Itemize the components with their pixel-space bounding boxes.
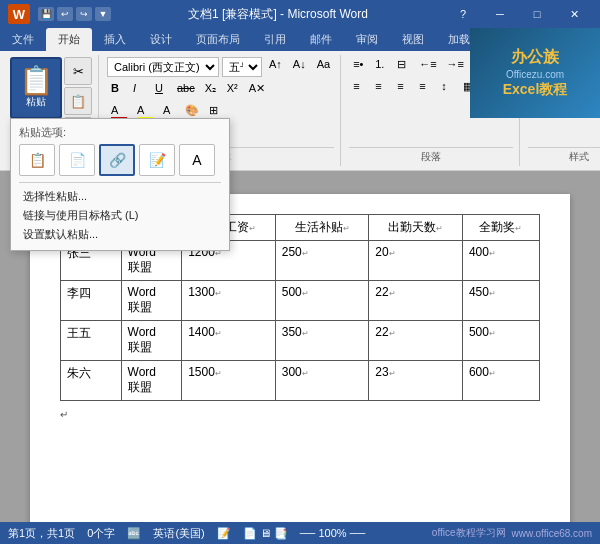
paste-button[interactable]: 📋 粘贴 (10, 57, 62, 119)
cell-r3-c3: 300↵ (275, 361, 369, 401)
font-name-row: Calibri (西文正文) 五号 A↑ A↓ Aa (107, 57, 334, 77)
logo-subtitle: Excel教程 (503, 81, 568, 99)
close-button[interactable]: ✕ (556, 0, 592, 28)
paste-option-icons: 📋 📄 🔗 📝 A (19, 144, 221, 176)
decrease-indent-button[interactable]: ←≡ (415, 57, 440, 77)
paste-label: 粘贴 (26, 95, 46, 109)
bullets-button[interactable]: ≡• (349, 57, 369, 77)
decrease-font-button[interactable]: A↓ (289, 57, 310, 77)
paste-divider (19, 182, 221, 183)
table-row: 李四Word联盟1300↵500↵22↵450↵ (61, 281, 540, 321)
paste-options-title: 粘贴选项: (19, 125, 221, 140)
header-bonus: 全勤奖↵ (462, 215, 539, 241)
cell-r1-c5: 450↵ (462, 281, 539, 321)
word-logo: W (8, 4, 30, 24)
cell-r1-c2: 1300↵ (182, 281, 276, 321)
subscript-button[interactable]: X₂ (201, 81, 221, 101)
paragraph-label: 段落 (349, 147, 513, 164)
table-row: 王五Word联盟1400↵350↵22↵500↵ (61, 321, 540, 361)
font-size-select[interactable]: 五号 (222, 57, 262, 77)
customize-icon[interactable]: ▼ (95, 7, 111, 21)
logo-excel: Excel (503, 81, 540, 97)
tab-home[interactable]: 开始 (46, 28, 92, 51)
cell-r1-c0: 李四 (61, 281, 122, 321)
align-right-button[interactable]: ≡ (393, 79, 413, 99)
tab-design[interactable]: 设计 (138, 28, 184, 51)
status-site1: office教程学习网 (432, 526, 506, 540)
paste-default-item[interactable]: 设置默认粘贴... (19, 225, 221, 244)
titlebar-left: W 💾 ↩ ↪ ▼ (8, 4, 111, 24)
tab-view[interactable]: 视图 (390, 28, 436, 51)
copy-button[interactable]: 📋 (64, 87, 92, 115)
cell-r2-c1: Word联盟 (121, 321, 182, 361)
paste-option-picture[interactable]: 📝 (139, 144, 175, 176)
cell-r3-c4: 23↵ (369, 361, 463, 401)
paste-special-item[interactable]: 选择性粘贴... (19, 187, 221, 206)
statusbar-logo: office教程学习网 www.office68.com (432, 526, 592, 540)
language-name: 英语(美国) (153, 526, 204, 541)
quick-access-toolbar: 💾 ↩ ↪ ▼ (38, 7, 111, 21)
table-row: 朱六Word联盟1500↵300↵23↵600↵ (61, 361, 540, 401)
logo-site: Officezu.com (506, 69, 564, 80)
cut-button[interactable]: ✂ (64, 57, 92, 85)
maximize-button[interactable]: □ (519, 0, 555, 28)
paste-option-merge[interactable]: 📄 (59, 144, 95, 176)
paste-option-link[interactable]: 🔗 (99, 144, 135, 176)
language-indicator: 🔤 (127, 527, 141, 540)
increase-indent-button[interactable]: →≡ (443, 57, 468, 77)
underline-button[interactable]: U (151, 81, 171, 101)
redo-icon[interactable]: ↪ (76, 7, 92, 21)
logo-area: 办公族 Officezu.com Excel教程 (470, 28, 600, 118)
logo-brand: 办公族 (511, 47, 559, 68)
track-changes-icon: 📝 (217, 527, 231, 540)
tab-mail[interactable]: 邮件 (298, 28, 344, 51)
paste-icon: 📋 (19, 67, 54, 95)
save-icon[interactable]: 💾 (38, 7, 54, 21)
cell-r2-c5: 500↵ (462, 321, 539, 361)
paste-link-item[interactable]: 链接与使用目标格式 (L) (19, 206, 221, 225)
cell-r2-c2: 1400↵ (182, 321, 276, 361)
minimize-button[interactable]: ─ (482, 0, 518, 28)
superscript-button[interactable]: X² (223, 81, 243, 101)
font-format-row: B I U abc X₂ X² A✕ (107, 81, 269, 101)
page-end-mark: ↵ (60, 409, 540, 420)
cell-r2-c4: 22↵ (369, 321, 463, 361)
titlebar: W 💾 ↩ ↪ ▼ 文档1 [兼容模式] - Microsoft Word ? … (0, 0, 600, 28)
undo-icon[interactable]: ↩ (57, 7, 73, 21)
cell-r1-c1: Word联盟 (121, 281, 182, 321)
tab-file[interactable]: 文件 (0, 28, 46, 51)
tab-references[interactable]: 引用 (252, 28, 298, 51)
statusbar-left: 第1页，共1页 0个字 🔤 英语(美国) 📝 📄 🖥 📑 ── 100% ── (8, 526, 365, 541)
window-controls: ? ─ □ ✕ (445, 0, 592, 28)
align-left-button[interactable]: ≡ (349, 79, 369, 99)
justify-button[interactable]: ≡ (415, 79, 435, 99)
zoom-slider[interactable]: ── 100% ── (300, 527, 365, 539)
paste-option-keep-source[interactable]: 📋 (19, 144, 55, 176)
cell-r1-c4: 22↵ (369, 281, 463, 321)
clear-format-button[interactable]: A✕ (245, 81, 269, 101)
font-name-select[interactable]: Calibri (西文正文) (107, 57, 219, 77)
tab-review[interactable]: 审阅 (344, 28, 390, 51)
align-center-button[interactable]: ≡ (371, 79, 391, 99)
help-button[interactable]: ? (445, 0, 481, 28)
numbering-button[interactable]: 1. (371, 57, 391, 77)
paste-options-popup: 粘贴选项: 📋 📄 🔗 📝 A 选择性粘贴... 链接与使用目标格式 (L) 设… (10, 118, 230, 251)
tab-insert[interactable]: 插入 (92, 28, 138, 51)
increase-font-button[interactable]: A↑ (265, 57, 286, 77)
status-site2: www.office68.com (512, 528, 592, 539)
multilevel-button[interactable]: ⊟ (393, 57, 413, 77)
cell-r3-c0: 朱六 (61, 361, 122, 401)
logo-tutorial: 教程 (539, 81, 567, 97)
paste-option-text-only[interactable]: A (179, 144, 215, 176)
bold-button[interactable]: B (107, 81, 127, 101)
line-spacing-button[interactable]: ↕ (437, 79, 457, 99)
page-info: 第1页，共1页 (8, 526, 75, 541)
view-modes: 📄 🖥 📑 (243, 527, 288, 540)
cell-r3-c5: 600↵ (462, 361, 539, 401)
change-case-button[interactable]: Aa (313, 57, 334, 77)
tab-layout[interactable]: 页面布局 (184, 28, 252, 51)
strikethrough-button[interactable]: abc (173, 81, 199, 101)
italic-button[interactable]: I (129, 81, 149, 101)
styles-label: 样式 (528, 147, 600, 164)
cell-r2-c3: 350↵ (275, 321, 369, 361)
